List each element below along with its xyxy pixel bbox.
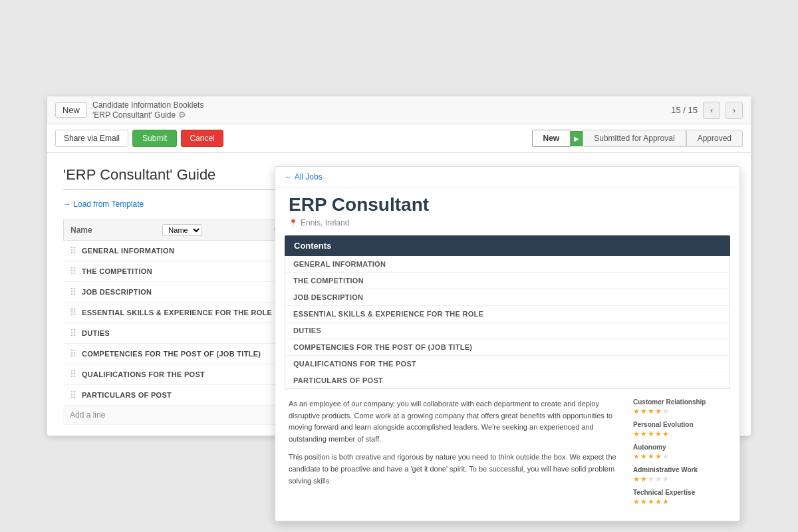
preview-ratings: Customer Relationship ★★★★★ Personal Evo…: [633, 398, 726, 511]
top-bar-left: New Candidate Information Booklets 'ERP …: [55, 100, 203, 120]
rating-stars: ★★★★★: [633, 452, 726, 461]
contents-item: QUALIFICATIONS FOR THE POST: [285, 356, 730, 372]
drag-handle[interactable]: ⠿: [70, 390, 76, 400]
contents-item: PARTICULARS OF POST: [285, 372, 730, 388]
back-to-jobs-link[interactable]: ← All Jobs: [275, 167, 739, 188]
contents-item: COMPETENCIES FOR THE POST OF (Job Title): [285, 339, 730, 356]
gear-icon[interactable]: ⚙: [178, 110, 186, 120]
breadcrumb: Candidate Information Booklets 'ERP Cons…: [92, 100, 203, 120]
drag-handle[interactable]: ⠿: [70, 245, 76, 256]
content-area: 'ERP Consultant' Guide → Load from Templ…: [47, 153, 751, 436]
contents-header: Contents: [285, 235, 730, 256]
status-bar: New ▶ Submitted for Approval Approved: [532, 130, 743, 147]
breadcrumb-line2-text: 'ERP Consultant' Guide: [92, 110, 176, 120]
preview-job-title: ERP Consultant: [275, 188, 739, 218]
cancel-button[interactable]: Cancel: [181, 130, 223, 147]
contents-list: GENERAL INFORMATION THE COMPETITION JOB …: [285, 256, 730, 389]
drag-handle[interactable]: ⠿: [70, 348, 76, 359]
table-header: Name Name 🗑: [63, 219, 289, 241]
row-label: THE COMPETITION: [82, 267, 283, 275]
table-row: ⠿ GENERAL INFORMATION: [63, 241, 289, 261]
contents-item: GENERAL INFORMATION: [285, 256, 730, 273]
preview-lower: As an employee of our company, you will …: [275, 389, 739, 521]
rating-item: Autonomy ★★★★★: [633, 444, 726, 461]
pagination-text: 15 / 15: [671, 105, 698, 115]
preview-text-1: As an employee of our company, you will …: [289, 398, 622, 445]
rating-stars: ★★★★★: [633, 407, 726, 416]
status-arrow: ▶: [571, 131, 583, 146]
top-bar: New Candidate Information Booklets 'ERP …: [47, 96, 751, 124]
add-line-button[interactable]: Add a line: [63, 406, 289, 425]
rating-item: Personal Evolution ★★★★★: [633, 421, 726, 438]
rating-label: Administrative Work: [633, 466, 726, 473]
status-new[interactable]: New: [532, 130, 571, 147]
breadcrumb-line1: Candidate Information Booklets: [92, 100, 203, 110]
table-col-name: Name: [70, 225, 92, 235]
action-bar-left: Share via Email Submit Cancel: [55, 130, 223, 147]
next-button[interactable]: ›: [726, 102, 743, 119]
rating-label: Personal Evolution: [633, 421, 726, 428]
contents-item: JOB DESCRIPTION: [285, 289, 730, 306]
drag-handle[interactable]: ⠿: [70, 328, 76, 338]
action-bar: Share via Email Submit Cancel New ▶ Subm…: [47, 124, 751, 153]
row-label: DUTIES: [82, 329, 283, 337]
rating-stars: ★★★★★: [633, 475, 726, 483]
status-approved[interactable]: Approved: [686, 130, 743, 147]
contents-item: THE COMPETITION: [285, 273, 730, 289]
rating-item: Administrative Work ★★★★★: [633, 466, 726, 483]
rating-item: Technical Expertise ★★★★★: [633, 489, 726, 506]
rating-label: Customer Relationship: [633, 398, 726, 406]
drag-handle[interactable]: ⠿: [70, 287, 76, 297]
row-label: ESSENTIAL SKILLS & EXPERIENCE FOR THE RO…: [82, 309, 283, 317]
drag-handle[interactable]: ⠿: [70, 266, 76, 277]
row-label: COMPETENCIES FOR THE POST OF (Job Title): [82, 350, 283, 358]
prev-button[interactable]: ‹: [703, 102, 720, 119]
new-breadcrumb-button[interactable]: New: [55, 102, 87, 118]
row-label: JOB DESCRIPTION: [82, 288, 283, 296]
drag-handle[interactable]: ⠿: [70, 369, 76, 380]
drag-handle[interactable]: ⠿: [70, 307, 76, 318]
top-bar-right: 15 / 15 ‹ ›: [671, 102, 743, 119]
breadcrumb-line2: 'ERP Consultant' Guide ⚙: [92, 110, 203, 120]
table-row: ⠿ DUTIES: [63, 323, 289, 344]
rating-item: Customer Relationship ★★★★★: [633, 398, 726, 416]
contents-item: DUTIES: [285, 323, 730, 339]
table-row: ⠿ PARTICULARS OF POST: [63, 385, 289, 406]
preview-text-block: As an employee of our company, you will …: [289, 398, 622, 511]
submit-button[interactable]: Submit: [132, 130, 177, 147]
contents-item: ESSENTIAL SKILLS & EXPERIENCE FOR THE RO…: [285, 306, 730, 323]
rating-label: Autonomy: [633, 444, 726, 451]
preview-location: 📍 Ennis, Ireland: [275, 218, 739, 235]
table-row: ⠿ ESSENTIAL SKILLS & EXPERIENCE FOR THE …: [63, 303, 289, 323]
row-label: GENERAL INFORMATION: [82, 247, 283, 255]
location-text: Ennis, Ireland: [301, 218, 349, 227]
preview-panel: ← All Jobs ERP Consultant 📍 Ennis, Irela…: [275, 166, 740, 521]
location-pin-icon: 📍: [289, 219, 298, 227]
row-label: PARTICULARS OF POST: [82, 391, 283, 399]
table-row: ⠿ COMPETENCIES FOR THE POST OF (Job Titl…: [63, 344, 289, 364]
table-row: ⠿ QUALIFICATIONS FOR THE POST: [63, 364, 289, 385]
preview-text-2: This position is both creative and rigor…: [289, 452, 622, 487]
table-row: ⠿ JOB DESCRIPTION: [63, 282, 289, 303]
rating-stars: ★★★★★: [633, 430, 726, 438]
rating-stars: ★★★★★: [633, 497, 726, 506]
rating-label: Technical Expertise: [633, 489, 726, 496]
sections-table: Name Name 🗑 ⠿ GENERAL INFORMATION ⠿ THE …: [63, 219, 289, 425]
share-email-button[interactable]: Share via Email: [55, 130, 128, 147]
status-submitted[interactable]: Submitted for Approval: [583, 130, 686, 147]
table-row: ⠿ THE COMPETITION: [63, 261, 289, 282]
name-dropdown[interactable]: Name: [162, 224, 202, 236]
row-label: QUALIFICATIONS FOR THE POST: [82, 370, 283, 378]
